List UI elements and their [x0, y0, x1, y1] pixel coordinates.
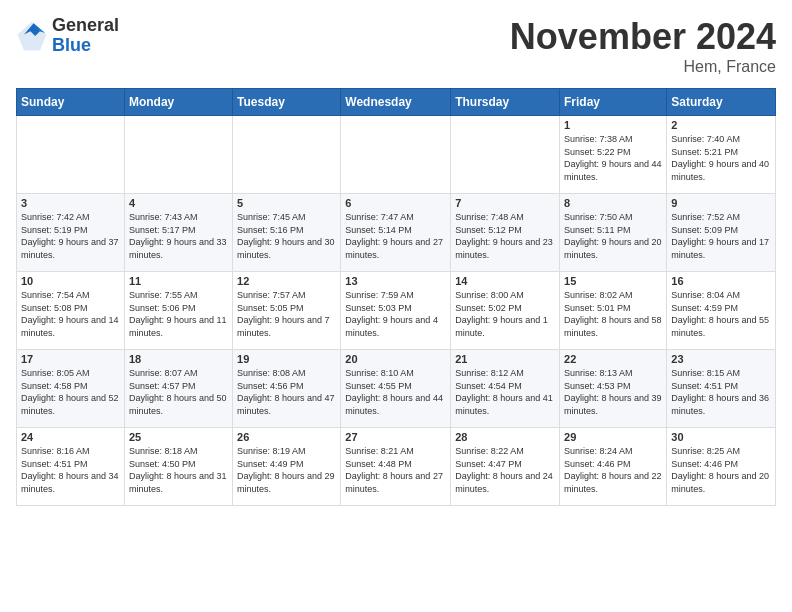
calendar-cell	[341, 116, 451, 194]
day-info: Sunrise: 8:13 AM Sunset: 4:53 PM Dayligh…	[564, 367, 662, 417]
day-number: 28	[455, 431, 555, 443]
day-info: Sunrise: 7:50 AM Sunset: 5:11 PM Dayligh…	[564, 211, 662, 261]
day-number: 4	[129, 197, 228, 209]
day-info: Sunrise: 8:12 AM Sunset: 4:54 PM Dayligh…	[455, 367, 555, 417]
day-number: 10	[21, 275, 120, 287]
day-number: 8	[564, 197, 662, 209]
day-number: 25	[129, 431, 228, 443]
calendar-cell: 6Sunrise: 7:47 AM Sunset: 5:14 PM Daylig…	[341, 194, 451, 272]
logo-general-text: General	[52, 16, 119, 36]
day-info: Sunrise: 7:55 AM Sunset: 5:06 PM Dayligh…	[129, 289, 228, 339]
location: Hem, France	[510, 58, 776, 76]
logo-blue-text: Blue	[52, 36, 119, 56]
col-friday: Friday	[560, 89, 667, 116]
calendar-cell: 29Sunrise: 8:24 AM Sunset: 4:46 PM Dayli…	[560, 428, 667, 506]
day-number: 24	[21, 431, 120, 443]
calendar-cell: 13Sunrise: 7:59 AM Sunset: 5:03 PM Dayli…	[341, 272, 451, 350]
day-number: 14	[455, 275, 555, 287]
day-number: 16	[671, 275, 771, 287]
calendar-cell: 19Sunrise: 8:08 AM Sunset: 4:56 PM Dayli…	[233, 350, 341, 428]
calendar-week-0: 1Sunrise: 7:38 AM Sunset: 5:22 PM Daylig…	[17, 116, 776, 194]
day-number: 13	[345, 275, 446, 287]
day-info: Sunrise: 8:10 AM Sunset: 4:55 PM Dayligh…	[345, 367, 446, 417]
calendar-cell: 1Sunrise: 7:38 AM Sunset: 5:22 PM Daylig…	[560, 116, 667, 194]
logo-text: General Blue	[52, 16, 119, 56]
calendar-week-4: 24Sunrise: 8:16 AM Sunset: 4:51 PM Dayli…	[17, 428, 776, 506]
col-tuesday: Tuesday	[233, 89, 341, 116]
day-info: Sunrise: 8:18 AM Sunset: 4:50 PM Dayligh…	[129, 445, 228, 495]
day-info: Sunrise: 7:43 AM Sunset: 5:17 PM Dayligh…	[129, 211, 228, 261]
calendar-cell: 8Sunrise: 7:50 AM Sunset: 5:11 PM Daylig…	[560, 194, 667, 272]
day-info: Sunrise: 8:05 AM Sunset: 4:58 PM Dayligh…	[21, 367, 120, 417]
day-info: Sunrise: 7:42 AM Sunset: 5:19 PM Dayligh…	[21, 211, 120, 261]
calendar-cell	[233, 116, 341, 194]
day-number: 11	[129, 275, 228, 287]
col-sunday: Sunday	[17, 89, 125, 116]
calendar-cell: 16Sunrise: 8:04 AM Sunset: 4:59 PM Dayli…	[667, 272, 776, 350]
calendar-cell: 20Sunrise: 8:10 AM Sunset: 4:55 PM Dayli…	[341, 350, 451, 428]
day-number: 27	[345, 431, 446, 443]
day-number: 29	[564, 431, 662, 443]
calendar-cell: 22Sunrise: 8:13 AM Sunset: 4:53 PM Dayli…	[560, 350, 667, 428]
day-info: Sunrise: 7:48 AM Sunset: 5:12 PM Dayligh…	[455, 211, 555, 261]
calendar-cell: 30Sunrise: 8:25 AM Sunset: 4:46 PM Dayli…	[667, 428, 776, 506]
day-number: 20	[345, 353, 446, 365]
day-number: 19	[237, 353, 336, 365]
day-number: 1	[564, 119, 662, 131]
calendar-cell: 18Sunrise: 8:07 AM Sunset: 4:57 PM Dayli…	[124, 350, 232, 428]
calendar-cell: 7Sunrise: 7:48 AM Sunset: 5:12 PM Daylig…	[451, 194, 560, 272]
day-info: Sunrise: 7:47 AM Sunset: 5:14 PM Dayligh…	[345, 211, 446, 261]
day-number: 15	[564, 275, 662, 287]
day-info: Sunrise: 7:59 AM Sunset: 5:03 PM Dayligh…	[345, 289, 446, 339]
calendar-cell: 28Sunrise: 8:22 AM Sunset: 4:47 PM Dayli…	[451, 428, 560, 506]
calendar-cell: 4Sunrise: 7:43 AM Sunset: 5:17 PM Daylig…	[124, 194, 232, 272]
day-number: 5	[237, 197, 336, 209]
calendar-table: Sunday Monday Tuesday Wednesday Thursday…	[16, 88, 776, 506]
day-info: Sunrise: 8:02 AM Sunset: 5:01 PM Dayligh…	[564, 289, 662, 339]
calendar-cell: 26Sunrise: 8:19 AM Sunset: 4:49 PM Dayli…	[233, 428, 341, 506]
calendar-cell: 3Sunrise: 7:42 AM Sunset: 5:19 PM Daylig…	[17, 194, 125, 272]
day-info: Sunrise: 7:38 AM Sunset: 5:22 PM Dayligh…	[564, 133, 662, 183]
day-info: Sunrise: 8:04 AM Sunset: 4:59 PM Dayligh…	[671, 289, 771, 339]
header: General Blue November 2024 Hem, France	[16, 16, 776, 76]
calendar-cell: 27Sunrise: 8:21 AM Sunset: 4:48 PM Dayli…	[341, 428, 451, 506]
day-info: Sunrise: 8:00 AM Sunset: 5:02 PM Dayligh…	[455, 289, 555, 339]
calendar-week-1: 3Sunrise: 7:42 AM Sunset: 5:19 PM Daylig…	[17, 194, 776, 272]
day-info: Sunrise: 8:08 AM Sunset: 4:56 PM Dayligh…	[237, 367, 336, 417]
calendar-cell	[17, 116, 125, 194]
logo: General Blue	[16, 16, 119, 56]
calendar-cell: 24Sunrise: 8:16 AM Sunset: 4:51 PM Dayli…	[17, 428, 125, 506]
month-title: November 2024	[510, 16, 776, 58]
day-info: Sunrise: 7:54 AM Sunset: 5:08 PM Dayligh…	[21, 289, 120, 339]
day-number: 12	[237, 275, 336, 287]
day-number: 2	[671, 119, 771, 131]
col-wednesday: Wednesday	[341, 89, 451, 116]
day-info: Sunrise: 8:25 AM Sunset: 4:46 PM Dayligh…	[671, 445, 771, 495]
calendar-cell: 10Sunrise: 7:54 AM Sunset: 5:08 PM Dayli…	[17, 272, 125, 350]
calendar-cell: 21Sunrise: 8:12 AM Sunset: 4:54 PM Dayli…	[451, 350, 560, 428]
day-number: 18	[129, 353, 228, 365]
day-number: 6	[345, 197, 446, 209]
calendar-cell: 14Sunrise: 8:00 AM Sunset: 5:02 PM Dayli…	[451, 272, 560, 350]
day-info: Sunrise: 8:07 AM Sunset: 4:57 PM Dayligh…	[129, 367, 228, 417]
calendar-cell: 25Sunrise: 8:18 AM Sunset: 4:50 PM Dayli…	[124, 428, 232, 506]
calendar-cell: 5Sunrise: 7:45 AM Sunset: 5:16 PM Daylig…	[233, 194, 341, 272]
day-info: Sunrise: 8:16 AM Sunset: 4:51 PM Dayligh…	[21, 445, 120, 495]
day-info: Sunrise: 7:45 AM Sunset: 5:16 PM Dayligh…	[237, 211, 336, 261]
calendar-week-2: 10Sunrise: 7:54 AM Sunset: 5:08 PM Dayli…	[17, 272, 776, 350]
day-number: 30	[671, 431, 771, 443]
col-thursday: Thursday	[451, 89, 560, 116]
col-monday: Monday	[124, 89, 232, 116]
day-info: Sunrise: 8:24 AM Sunset: 4:46 PM Dayligh…	[564, 445, 662, 495]
calendar-cell: 15Sunrise: 8:02 AM Sunset: 5:01 PM Dayli…	[560, 272, 667, 350]
day-number: 26	[237, 431, 336, 443]
day-number: 9	[671, 197, 771, 209]
calendar-week-3: 17Sunrise: 8:05 AM Sunset: 4:58 PM Dayli…	[17, 350, 776, 428]
day-number: 7	[455, 197, 555, 209]
day-number: 3	[21, 197, 120, 209]
calendar-cell: 9Sunrise: 7:52 AM Sunset: 5:09 PM Daylig…	[667, 194, 776, 272]
day-number: 21	[455, 353, 555, 365]
day-info: Sunrise: 8:15 AM Sunset: 4:51 PM Dayligh…	[671, 367, 771, 417]
logo-icon	[16, 20, 48, 52]
calendar-cell: 17Sunrise: 8:05 AM Sunset: 4:58 PM Dayli…	[17, 350, 125, 428]
